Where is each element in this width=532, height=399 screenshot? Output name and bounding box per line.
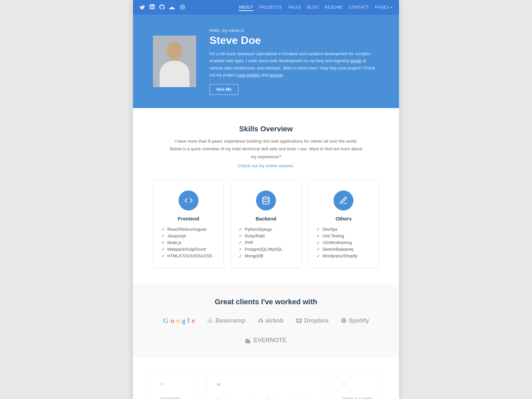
list-item: Python/Django bbox=[239, 226, 293, 233]
nav-talks[interactable]: TALKS bbox=[288, 4, 301, 11]
quote-icon: " bbox=[217, 381, 315, 393]
list-item: Ruby/Rails bbox=[239, 233, 293, 239]
others-icon bbox=[333, 191, 353, 210]
skills-section: Skills Overview I have more than 8 years… bbox=[133, 108, 399, 284]
chevron-down-icon: ▾ bbox=[391, 6, 393, 9]
main-nav: ABOUT PROJECTS TALKS BLOG RESUME CONTACT… bbox=[239, 4, 392, 11]
nav-blog[interactable]: BLOG bbox=[307, 4, 319, 11]
list-item: Sketch/Balsamiq bbox=[317, 246, 371, 253]
twitter-icon[interactable] bbox=[140, 5, 145, 10]
list-item: UX/Wireframing bbox=[317, 239, 371, 246]
list-item: DevOps bbox=[317, 226, 371, 233]
list-item: Javascript bbox=[161, 233, 215, 239]
hero-bio: I'm a full-stack developer specialised i… bbox=[209, 51, 376, 79]
avatar bbox=[153, 36, 196, 87]
frontend-icon bbox=[179, 191, 199, 210]
list-item: Node.js bbox=[161, 239, 215, 246]
hero-section: Hello, my name is Steve Doe I'm a full-s… bbox=[133, 15, 399, 108]
backend-list: Python/Django Ruby/Rails PHP PostgreSQL/… bbox=[239, 226, 293, 259]
nav-resume[interactable]: RESUME bbox=[325, 4, 343, 11]
frontend-list: React/Redux/Angular Javascript Node.js W… bbox=[161, 226, 215, 259]
testimonials-section: ‹ " voluptatem accusantium veritatis et … bbox=[133, 357, 399, 399]
client-dropbox: Dropbox bbox=[296, 317, 329, 324]
skill-card-others: Others DevOps Unit Testing UX/Wireframin… bbox=[308, 180, 379, 268]
testimonial-card-center: " Steve is a great developer! Sed ut per… bbox=[206, 371, 326, 399]
testimonials-wrapper: " voluptatem accusantium veritatis et qu… bbox=[146, 371, 386, 399]
list-item: HTML/CSS/SASS/LESS bbox=[161, 253, 215, 259]
client-spotify: Spotify bbox=[341, 317, 369, 324]
list-item: PostgreSQL/MySQL bbox=[239, 246, 293, 253]
github-icon[interactable] bbox=[159, 4, 165, 11]
list-item: Unit Testing bbox=[317, 233, 371, 239]
backend-icon bbox=[256, 191, 276, 210]
svg-point-0 bbox=[182, 6, 183, 8]
hero-content: Hello, my name is Steve Doe I'm a full-s… bbox=[209, 28, 376, 95]
skills-grid: Frontend React/Redux/Angular Javascript … bbox=[153, 180, 379, 268]
resume-link[interactable]: Check out my online resume. bbox=[153, 163, 379, 168]
list-item: Wordpress/Shopify bbox=[317, 253, 371, 259]
skills-description: I have more than 8 years' experience bui… bbox=[170, 137, 362, 161]
topbar: ABOUT PROJECTS TALKS BLOG RESUME CONTACT… bbox=[133, 0, 399, 15]
testimonial-card-left: " voluptatem accusantium veritatis et qu… bbox=[150, 371, 200, 399]
client-google: Google bbox=[163, 316, 195, 325]
clients-section: Great clients I've worked with Google Ba… bbox=[133, 284, 399, 357]
topbar-social-icons bbox=[140, 4, 185, 11]
testimonial-text: Steve is a great developer! Sed ut persp… bbox=[217, 397, 315, 399]
skill-card-frontend: Frontend React/Redux/Angular Javascript … bbox=[153, 180, 224, 268]
others-list: DevOps Unit Testing UX/Wireframing Sketc… bbox=[317, 226, 371, 259]
testimonial-text: Steve is a great develo doloremque lauda… bbox=[342, 395, 372, 399]
nav-pages[interactable]: PAGES ▾ bbox=[375, 4, 392, 11]
linkedin-icon[interactable] bbox=[150, 4, 155, 10]
skill-card-backend: Backend Python/Django Ruby/Rails PHP Pos… bbox=[230, 180, 301, 268]
list-item: MongoDB bbox=[239, 253, 293, 259]
frontend-title: Frontend bbox=[161, 216, 215, 221]
soundcloud-icon[interactable] bbox=[169, 5, 175, 10]
hero-name: Steve Doe bbox=[209, 34, 376, 47]
skills-title: Skills Overview bbox=[153, 125, 379, 133]
nav-contact[interactable]: CONTACT bbox=[349, 4, 369, 11]
client-basecamp: Basecamp bbox=[207, 317, 245, 324]
client-evernote: EVERNOTE bbox=[245, 337, 286, 344]
backend-title: Backend bbox=[239, 216, 293, 221]
clients-logos: Google Basecamp airbnb Dropbox Spotify E… bbox=[153, 316, 379, 344]
nav-about[interactable]: ABOUT bbox=[239, 4, 253, 11]
quote-icon: " bbox=[160, 381, 190, 392]
list-item: PHP bbox=[239, 239, 293, 246]
settings-icon[interactable] bbox=[180, 4, 185, 11]
nav-projects[interactable]: PROJECTS bbox=[259, 4, 282, 11]
testimonial-text: voluptatem accusantium veritatis et quas… bbox=[160, 395, 190, 399]
quote-icon: " bbox=[342, 381, 372, 392]
list-item: Webpack/Gulp/Grunt bbox=[161, 246, 215, 253]
clients-title: Great clients I've worked with bbox=[153, 298, 379, 306]
hero-subtitle: Hello, my name is bbox=[209, 28, 376, 33]
svg-point-1 bbox=[263, 197, 269, 199]
others-title: Others bbox=[317, 216, 371, 221]
testimonial-card-right: " Steve is a great develo doloremque lau… bbox=[332, 371, 382, 399]
testimonials-outer: ‹ " voluptatem accusantium veritatis et … bbox=[133, 371, 399, 399]
hire-me-button[interactable]: Hire Me bbox=[209, 84, 238, 95]
client-airbnb: airbnb bbox=[257, 317, 284, 324]
list-item: React/Redux/Angular bbox=[161, 226, 215, 233]
